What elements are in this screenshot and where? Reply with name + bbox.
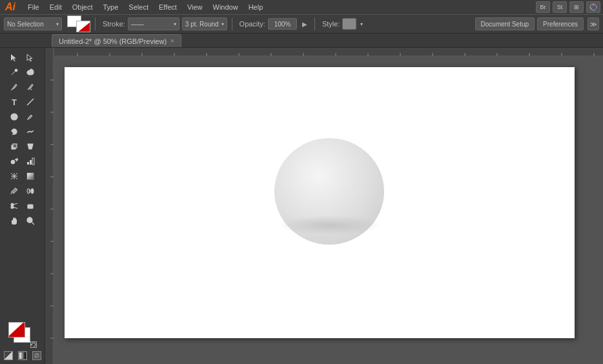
svg-rect-17 — [27, 162, 29, 165]
divider-1 — [95, 17, 96, 30]
arrange-icon[interactable]: ≫ — [588, 17, 599, 30]
svg-point-9 — [11, 114, 17, 120]
svg-point-16 — [16, 160, 17, 161]
type-tool[interactable]: T — [6, 95, 22, 109]
menu-help[interactable]: Help — [244, 2, 268, 12]
ellipse-tool[interactable] — [6, 110, 22, 124]
foreground-color-swatch[interactable] — [8, 322, 25, 338]
svg-point-28 — [11, 203, 14, 206]
opacity-input[interactable] — [268, 18, 297, 30]
divider-2 — [232, 17, 232, 30]
workspace-icon[interactable]: ⊞ — [569, 1, 584, 13]
stroke-dropdown-arrow: ▾ — [174, 21, 176, 27]
document-tab[interactable]: Untitled-2* @ 50% (RGB/Preview) × — [52, 34, 181, 47]
tab-bar: Untitled-2* @ 50% (RGB/Preview) × — [0, 34, 603, 48]
symbol-sprayer-tool[interactable] — [6, 154, 22, 168]
stroke-label: Stroke: — [103, 20, 125, 28]
zoom-tool[interactable] — [23, 214, 38, 228]
svg-point-5 — [15, 69, 17, 72]
svg-point-26 — [27, 188, 30, 194]
menu-effect[interactable]: Effect — [154, 2, 181, 12]
svg-line-6 — [11, 89, 12, 90]
tool-row-10 — [6, 184, 38, 198]
svg-point-15 — [17, 159, 18, 160]
tool-row-6 — [6, 125, 38, 139]
stroke-dropdown[interactable]: —— ▾ — [128, 17, 179, 30]
fg-bg-swatches[interactable] — [8, 322, 37, 348]
hand-tool[interactable] — [6, 214, 22, 228]
eyedropper-tool[interactable] — [6, 184, 22, 198]
menu-window[interactable]: Window — [209, 2, 243, 12]
opacity-label: Opacity: — [240, 20, 265, 28]
menu-object[interactable]: Object — [68, 2, 97, 12]
main-toolbar: No Selection ▾ Stroke: —— ▾ 3 pt. Round … — [0, 14, 603, 34]
svg-point-3 — [591, 8, 593, 10]
selection-tool[interactable] — [6, 50, 22, 65]
svg-rect-12 — [13, 144, 17, 148]
tool-row-8 — [6, 154, 38, 168]
menu-right-icons: Br St ⊞ — [536, 1, 600, 13]
svg-point-27 — [31, 188, 34, 194]
stroke-weight-value: 3 pt. Round — [185, 21, 219, 28]
tool-row-12 — [6, 214, 38, 228]
shear-tool[interactable] — [23, 139, 38, 154]
svg-line-10 — [27, 119, 28, 120]
column-graph-tool[interactable] — [23, 154, 38, 168]
add-anchor-tool[interactable]: + — [23, 80, 38, 94]
color-mode-icon[interactable] — [4, 351, 13, 360]
mesh-tool[interactable] — [6, 169, 22, 183]
direct-selection-tool[interactable] — [23, 50, 38, 65]
bridge-icon[interactable]: Br — [536, 1, 550, 13]
gradient-tool[interactable] — [23, 169, 38, 183]
menu-view[interactable]: View — [183, 2, 207, 12]
magic-wand-tool[interactable] — [6, 65, 22, 79]
menu-file[interactable]: File — [23, 2, 44, 12]
app-logo: Ai — [3, 1, 18, 13]
none-mode-icon[interactable]: ∅ — [32, 351, 41, 360]
gradient-mode-icon[interactable] — [18, 351, 27, 360]
pencil-tool[interactable] — [23, 110, 38, 124]
main-area: + T — [0, 48, 603, 364]
stroke-weight-dropdown[interactable]: 3 pt. Round ▾ — [182, 17, 227, 30]
menu-type[interactable]: Type — [99, 2, 123, 12]
preferences-button[interactable]: Preferences — [537, 17, 584, 30]
toolbox: + T — [0, 48, 45, 364]
stock-icon[interactable]: St — [553, 1, 567, 13]
tool-row-4: T — [6, 95, 38, 109]
document-setup-button[interactable]: Document Setup — [475, 17, 535, 30]
color-mode-row: ∅ — [4, 351, 41, 360]
eraser-tool[interactable] — [23, 199, 38, 213]
svg-point-2 — [595, 8, 597, 10]
style-swatch[interactable] — [342, 18, 356, 30]
menu-select[interactable]: Select — [124, 2, 153, 12]
line-tool[interactable] — [23, 95, 38, 109]
kuler-icon[interactable] — [586, 1, 600, 13]
canvas-area — [45, 48, 603, 364]
tool-row-1 — [6, 50, 38, 65]
lasso-tool[interactable] — [23, 65, 38, 79]
svg-point-13 — [11, 160, 15, 164]
menu-bar: Ai File Edit Object Type Select Effect V… — [0, 0, 603, 14]
scale-tool[interactable] — [6, 139, 22, 154]
svg-point-1 — [593, 5, 595, 6]
svg-rect-18 — [30, 160, 32, 165]
opacity-expand[interactable]: ▶ — [300, 19, 310, 29]
tool-row-11 — [6, 199, 38, 213]
scissors-tool[interactable] — [6, 199, 22, 213]
tab-close-button[interactable]: × — [170, 37, 174, 45]
menu-edit[interactable]: Edit — [45, 2, 66, 12]
svg-line-35 — [32, 222, 34, 225]
blend-tool[interactable] — [23, 184, 38, 198]
stroke-swatch[interactable] — [76, 21, 90, 32]
divider-3 — [314, 17, 315, 30]
default-colors-icon[interactable] — [30, 341, 37, 348]
pen-tool[interactable] — [6, 80, 22, 94]
svg-rect-39 — [45, 48, 603, 57]
style-dropdown-arrow[interactable]: ▾ — [360, 21, 363, 27]
selection-dropdown[interactable]: No Selection ▾ — [4, 17, 62, 30]
rotate-tool[interactable] — [6, 125, 22, 139]
warp-tool[interactable] — [23, 125, 38, 139]
fill-stroke-area[interactable] — [67, 15, 90, 32]
svg-line-8 — [27, 99, 34, 105]
tab-title: Untitled-2* @ 50% (RGB/Preview) — [59, 37, 167, 45]
